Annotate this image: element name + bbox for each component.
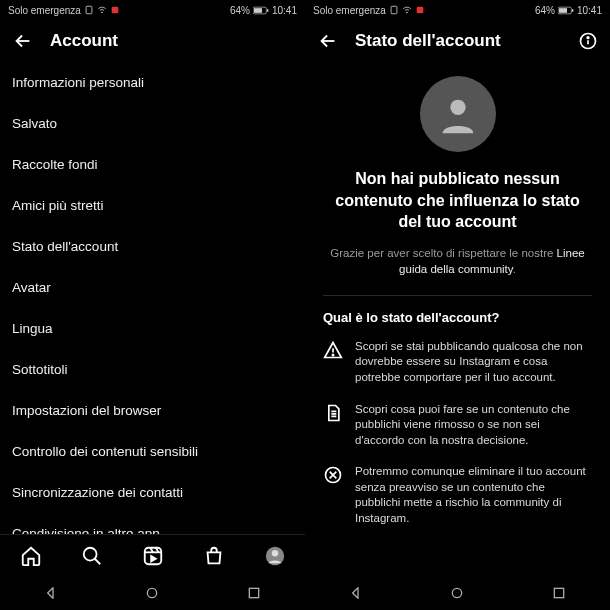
svg-point-9 — [271, 550, 277, 556]
info-text: Scopri se stai pubblicando qualcosa che … — [355, 339, 592, 386]
warning-icon — [323, 340, 343, 386]
svg-rect-12 — [391, 6, 397, 14]
menu-item-amici-stretti[interactable]: Amici più stretti — [0, 185, 305, 226]
menu-item-lingua[interactable]: Lingua — [0, 308, 305, 349]
menu-list: Informazioni personali Salvato Raccolte … — [0, 62, 305, 534]
battery-text: 64% — [535, 5, 555, 16]
info-row-remove: Potremmo comunque eliminare il tuo accou… — [323, 464, 592, 526]
info-row-warning: Scopri se stai pubblicando qualcosa che … — [323, 339, 592, 386]
page-title: Stato dell'account — [355, 31, 562, 51]
info-icon[interactable] — [578, 31, 598, 51]
content: Non hai pubblicato nessun contenuto che … — [305, 62, 610, 576]
x-circle-icon — [323, 465, 343, 526]
menu-item-avatar[interactable]: Avatar — [0, 267, 305, 308]
bottom-nav — [0, 534, 305, 576]
menu-item-salvato[interactable]: Salvato — [0, 103, 305, 144]
menu-item-info-personali[interactable]: Informazioni personali — [0, 62, 305, 103]
svg-point-6 — [83, 547, 96, 560]
svg-rect-11 — [249, 588, 258, 597]
clock-text: 10:41 — [577, 5, 602, 16]
menu-item-sottotitoli[interactable]: Sottotitoli — [0, 349, 305, 390]
svg-point-23 — [453, 588, 462, 597]
svg-rect-0 — [86, 6, 92, 14]
header: Account — [0, 20, 305, 62]
info-row-document: Scopri cosa puoi fare se un contenuto ch… — [323, 402, 592, 449]
svg-point-19 — [587, 37, 589, 39]
sim-icon — [389, 5, 399, 15]
nav-home-icon[interactable] — [144, 585, 160, 601]
document-icon — [323, 403, 343, 449]
screen-account-settings: Solo emergenza 64% 10:41 Account Informa… — [0, 0, 305, 610]
profile-icon[interactable] — [264, 545, 286, 567]
info-text: Scopri cosa puoi fare se un contenuto ch… — [355, 402, 592, 449]
home-icon[interactable] — [20, 545, 42, 567]
carrier-text: Solo emergenza — [313, 5, 386, 16]
reels-icon[interactable] — [142, 545, 164, 567]
svg-point-21 — [332, 354, 333, 355]
header: Stato dell'account — [305, 20, 610, 62]
carrier-text: Solo emergenza — [8, 5, 81, 16]
battery-icon — [253, 6, 269, 15]
search-icon[interactable] — [81, 545, 103, 567]
status-bar: Solo emergenza 64% 10:41 — [305, 0, 610, 20]
menu-item-stato-account[interactable]: Stato dell'account — [0, 226, 305, 267]
sim-icon — [84, 5, 94, 15]
subtext-prefix: Grazie per aver scelto di rispettare le … — [330, 247, 556, 259]
svg-rect-16 — [559, 8, 567, 13]
battery-icon — [558, 6, 574, 15]
nav-recent-icon[interactable] — [551, 585, 567, 601]
svg-point-20 — [450, 100, 465, 115]
section-title: Qual è lo stato dell'account? — [323, 310, 592, 325]
headline: Non hai pubblicato nessun contenuto che … — [323, 168, 592, 233]
nav-back-icon[interactable] — [43, 585, 59, 601]
notification-icon — [110, 5, 120, 15]
wifi-icon — [402, 5, 412, 15]
system-nav — [0, 576, 305, 610]
nav-back-icon[interactable] — [348, 585, 364, 601]
system-nav — [305, 576, 610, 610]
notification-icon — [415, 5, 425, 15]
menu-item-contenuti-sensibili[interactable]: Controllo dei contenuti sensibili — [0, 431, 305, 472]
page-title: Account — [50, 31, 293, 51]
back-icon[interactable] — [12, 30, 34, 52]
svg-point-10 — [148, 588, 157, 597]
subtext-suffix: . — [513, 263, 516, 275]
svg-rect-17 — [572, 9, 573, 12]
shop-icon[interactable] — [203, 545, 225, 567]
svg-rect-4 — [254, 8, 262, 13]
avatar-placeholder — [420, 76, 496, 152]
menu-item-browser[interactable]: Impostazioni del browser — [0, 390, 305, 431]
nav-home-icon[interactable] — [449, 585, 465, 601]
subtext: Grazie per aver scelto di rispettare le … — [323, 245, 592, 277]
battery-text: 64% — [230, 5, 250, 16]
svg-rect-5 — [267, 9, 268, 12]
menu-item-condivisione[interactable]: Condivisione in altre app — [0, 513, 305, 534]
menu-item-sync-contatti[interactable]: Sincronizzazione dei contatti — [0, 472, 305, 513]
svg-rect-7 — [144, 547, 161, 564]
wifi-icon — [97, 5, 107, 15]
nav-recent-icon[interactable] — [246, 585, 262, 601]
clock-text: 10:41 — [272, 5, 297, 16]
screen-account-status: Solo emergenza 64% 10:41 Stato dell'acco… — [305, 0, 610, 610]
svg-point-13 — [406, 12, 407, 13]
divider — [323, 295, 592, 296]
svg-point-1 — [101, 12, 102, 13]
info-text: Potremmo comunque eliminare il tuo accou… — [355, 464, 592, 526]
back-icon[interactable] — [317, 30, 339, 52]
menu-item-raccolte-fondi[interactable]: Raccolte fondi — [0, 144, 305, 185]
svg-rect-14 — [416, 7, 423, 14]
status-bar: Solo emergenza 64% 10:41 — [0, 0, 305, 20]
svg-rect-2 — [111, 7, 118, 14]
svg-rect-24 — [554, 588, 563, 597]
